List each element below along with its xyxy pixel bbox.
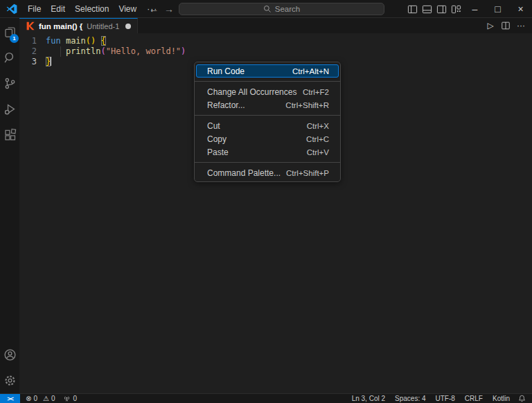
ports-count: 0 bbox=[73, 395, 77, 402]
toggle-secondary-sidebar-button[interactable] bbox=[434, 1, 449, 17]
code-text: fun main() { bbox=[46, 36, 106, 46]
problems-indicator[interactable]: ⊗ 0 ⚠ 0 bbox=[26, 395, 55, 402]
menu-item-change-all-occurrences[interactable]: Change All OccurrencesCtrl+F2 bbox=[196, 85, 339, 98]
notifications-button[interactable] bbox=[515, 395, 532, 402]
tab-bar: fun main() { Untitled-1 ▷ ··· bbox=[19, 18, 532, 33]
search-sidebar-icon bbox=[3, 51, 17, 64]
more-actions-button[interactable]: ··· bbox=[514, 19, 528, 33]
line-number: 1 bbox=[19, 36, 46, 46]
menu-edit[interactable]: Edit bbox=[46, 3, 70, 15]
status-spaces-4[interactable]: Spaces: 4 bbox=[390, 395, 430, 402]
tab-dirty-indicator[interactable] bbox=[125, 24, 131, 29]
toggle-primary-sidebar-button[interactable] bbox=[405, 1, 420, 17]
forward-arrow-icon[interactable]: → bbox=[161, 0, 177, 18]
split-editor-button[interactable] bbox=[499, 19, 513, 33]
menu-item-shortcut: Ctrl+Alt+N bbox=[292, 67, 329, 75]
code-line-2[interactable]: 2 println("Hello, world!") bbox=[19, 46, 532, 57]
menu-item-label: Cut bbox=[207, 121, 220, 131]
ports-indicator[interactable]: 0 bbox=[63, 395, 77, 402]
toggle-panel-button[interactable] bbox=[420, 1, 434, 17]
menu-item-shortcut: Ctrl+V bbox=[307, 148, 329, 156]
menu-item-label: Run Code bbox=[207, 66, 245, 76]
vscode-logo-icon bbox=[6, 3, 17, 15]
menu-item-shortcut: Ctrl+F2 bbox=[303, 88, 329, 96]
customize-layout-button[interactable] bbox=[449, 1, 463, 17]
menu-selection[interactable]: Selection bbox=[70, 3, 114, 15]
line-number: 2 bbox=[19, 46, 46, 57]
code-text: } bbox=[46, 57, 51, 67]
tab-description: Untitled-1 bbox=[87, 22, 119, 30]
sidebar-item-extensions[interactable] bbox=[0, 122, 19, 147]
menu-item-cut[interactable]: CutCtrl+X bbox=[196, 119, 339, 132]
run-code-button[interactable]: ▷ bbox=[484, 19, 497, 33]
editor-actions: ▷ ··· bbox=[484, 18, 532, 33]
run-debug-icon bbox=[3, 102, 17, 116]
menu-separator bbox=[195, 115, 340, 116]
search-placeholder: Search bbox=[275, 5, 300, 13]
account-icon bbox=[3, 348, 17, 361]
menu-item-run-code[interactable]: Run CodeCtrl+Alt+N bbox=[196, 64, 339, 78]
menu-item-label: Paste bbox=[207, 147, 229, 157]
menu-separator bbox=[195, 81, 340, 82]
menu-item-label: Change All Occurrences bbox=[207, 87, 296, 97]
minimize-button[interactable]: – bbox=[463, 0, 486, 18]
text-cursor bbox=[51, 57, 51, 66]
titlebar: FileEditSelectionView ··· ← → Search bbox=[0, 0, 532, 18]
menu-view[interactable]: View bbox=[114, 3, 141, 15]
error-count: 0 bbox=[33, 395, 37, 402]
menu-item-label: Refactor... bbox=[207, 100, 245, 110]
warning-count: 0 bbox=[51, 395, 55, 402]
status-bar: >< ⊗ 0 ⚠ 0 0 Ln 3, Col 2Spaces: 4UTF-8CR… bbox=[0, 393, 532, 403]
status-crlf[interactable]: CRLF bbox=[460, 395, 488, 402]
explorer-badge: 1 bbox=[10, 34, 19, 43]
menu-item-refactor[interactable]: Refactor...Ctrl+Shift+R bbox=[196, 98, 339, 111]
sidebar-item-run-debug[interactable] bbox=[0, 96, 19, 122]
tab-title: fun main() { bbox=[39, 22, 82, 30]
customize-layout-icon bbox=[451, 4, 461, 15]
error-icon: ⊗ bbox=[26, 395, 31, 402]
layout-panel-icon bbox=[422, 4, 432, 15]
sidebar-item-search[interactable] bbox=[0, 45, 19, 71]
status-ln-3-col-2[interactable]: Ln 3, Col 2 bbox=[347, 395, 390, 402]
sidebar-item-explorer[interactable]: 1 bbox=[0, 19, 19, 45]
warning-icon: ⚠ bbox=[43, 395, 49, 402]
editor-context-menu: Run CodeCtrl+Alt+NChange All Occurrences… bbox=[194, 62, 341, 182]
menu-item-label: Command Palette... bbox=[207, 168, 281, 178]
menu-item-shortcut: Ctrl+X bbox=[307, 122, 329, 130]
bell-icon bbox=[518, 395, 526, 402]
menu-file[interactable]: File bbox=[23, 3, 46, 15]
remote-indicator[interactable]: >< bbox=[0, 394, 20, 403]
account-button[interactable] bbox=[0, 342, 19, 368]
indent-guide bbox=[60, 46, 61, 57]
extensions-icon bbox=[3, 128, 17, 141]
status-utf-8[interactable]: UTF-8 bbox=[431, 395, 460, 402]
menu-item-paste[interactable]: PasteCtrl+V bbox=[196, 145, 339, 159]
maximize-button[interactable]: □ bbox=[486, 0, 509, 18]
menu-separator bbox=[195, 162, 340, 163]
menu-item-command-palette[interactable]: Command Palette...Ctrl+Shift+P bbox=[196, 166, 339, 179]
layout-sidebar-right-icon bbox=[436, 4, 447, 15]
tab-untitled-1[interactable]: fun main() { Untitled-1 bbox=[19, 18, 138, 33]
split-editor-icon bbox=[501, 21, 511, 30]
code-line-1[interactable]: 1fun main() { bbox=[19, 36, 532, 46]
menu-item-shortcut: Ctrl+Shift+P bbox=[286, 169, 329, 177]
gear-icon bbox=[3, 374, 17, 387]
back-arrow-icon[interactable]: ← bbox=[146, 0, 161, 18]
menu-item-copy[interactable]: CopyCtrl+C bbox=[196, 132, 339, 145]
menu-item-label: Copy bbox=[207, 134, 227, 144]
menu-item-shortcut: Ctrl+C bbox=[306, 135, 329, 143]
kotlin-file-icon bbox=[26, 21, 35, 30]
radio-tower-icon bbox=[63, 395, 71, 402]
menubar: FileEditSelectionView bbox=[23, 3, 141, 15]
settings-button[interactable] bbox=[0, 368, 19, 393]
search-input[interactable]: Search bbox=[179, 3, 384, 15]
search-icon bbox=[263, 5, 272, 13]
close-button[interactable]: × bbox=[509, 0, 532, 18]
menu-item-shortcut: Ctrl+Shift+R bbox=[285, 101, 329, 109]
code-text: println("Hello, world!") bbox=[46, 46, 186, 57]
sidebar-item-source-control[interactable] bbox=[0, 71, 19, 96]
status-right: Ln 3, Col 2Spaces: 4UTF-8CRLFKotlin bbox=[347, 395, 515, 402]
line-number: 3 bbox=[19, 57, 46, 67]
status-kotlin[interactable]: Kotlin bbox=[488, 395, 515, 402]
source-control-branch-icon bbox=[3, 77, 17, 90]
